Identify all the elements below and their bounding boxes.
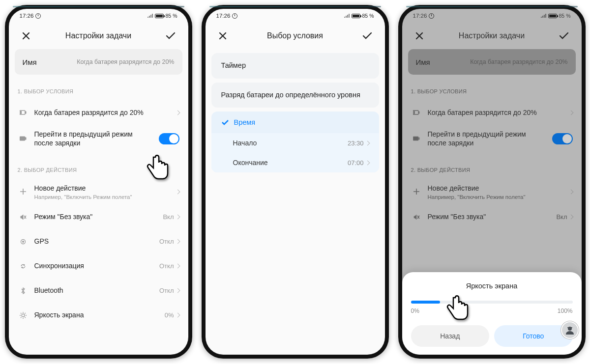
battery-pct: 85 bbox=[559, 13, 564, 19]
screen-1: 17:26 85 % Настройки задачи Имя Когда б bbox=[9, 9, 188, 355]
chevron-right-icon bbox=[365, 140, 370, 145]
chevron-right-icon bbox=[175, 264, 180, 269]
time-start-label: Начало bbox=[233, 139, 257, 147]
status-bar: 17:26 85 % bbox=[9, 9, 188, 23]
alarm-icon bbox=[35, 13, 41, 19]
action-bluetooth-row[interactable]: Bluetooth Откл bbox=[15, 279, 182, 303]
phone-2: 17:26 85 % Выбор условия Таймер bbox=[202, 5, 389, 359]
close-button[interactable] bbox=[411, 28, 428, 44]
header: Выбор условия bbox=[206, 23, 385, 49]
time-start-row[interactable]: Начало 23:30 bbox=[211, 133, 379, 153]
add-action-row[interactable]: Новое действие Например, "Включить Режим… bbox=[15, 179, 182, 204]
status-bar: 17:26 85 % bbox=[402, 9, 582, 23]
chevron-right-icon bbox=[175, 110, 180, 115]
add-action-sub: Например, "Включить Режим полета" bbox=[34, 194, 170, 200]
battery-icon bbox=[548, 14, 557, 18]
name-value: Когда батарея разрядится до 20% bbox=[77, 58, 174, 65]
add-action-label: Новое действие bbox=[34, 184, 170, 193]
status-time: 17:26 bbox=[413, 13, 427, 19]
action-value: Откл bbox=[159, 262, 174, 270]
battery-icon bbox=[352, 14, 360, 18]
time-end-row[interactable]: Окончание 07:00 bbox=[211, 153, 379, 172]
svg-rect-14 bbox=[567, 327, 572, 328]
svg-rect-10 bbox=[413, 112, 414, 114]
signal-icon bbox=[148, 14, 153, 18]
sheet-title: Яркость экрана bbox=[411, 282, 573, 290]
action-label: Bluetooth bbox=[34, 286, 154, 295]
revert-toggle[interactable] bbox=[159, 133, 179, 144]
time-end-label: Окончание bbox=[233, 159, 268, 167]
time-start-value: 23:30 bbox=[348, 140, 364, 147]
section-condition-header: 1. ВЫБОР УСЛОВИЯ bbox=[15, 88, 182, 100]
chevron-right-icon bbox=[175, 239, 180, 244]
battery-low-icon bbox=[18, 110, 29, 115]
action-label: GPS bbox=[34, 237, 154, 246]
revert-label: Перейти в предыдущий режим после зарядки bbox=[34, 130, 153, 147]
action-value: Откл bbox=[159, 287, 174, 294]
chevron-right-icon bbox=[175, 215, 180, 220]
action-value: Вкл bbox=[163, 213, 174, 221]
sync-icon bbox=[18, 263, 29, 270]
option-label: Время bbox=[234, 118, 256, 126]
action-mute-row[interactable]: Режим "Без звука" Вкл bbox=[408, 205, 576, 229]
option-timer[interactable]: Таймер bbox=[211, 53, 379, 79]
screen-3: 17:26 85 % Настройки задачи Имя Когда б bbox=[402, 9, 582, 355]
task-name-field[interactable]: Имя Когда батарея разрядится до 20% bbox=[408, 49, 576, 75]
brightness-slider[interactable] bbox=[411, 301, 573, 304]
sheet-cancel-button[interactable]: Назад bbox=[411, 325, 490, 347]
signal-icon bbox=[344, 14, 350, 18]
battery-full-icon bbox=[18, 136, 29, 141]
brightness-sheet: Яркость экрана 0% 100% Назад Готово bbox=[402, 272, 582, 355]
name-label: Имя bbox=[416, 58, 430, 66]
chevron-right-icon bbox=[568, 110, 573, 115]
action-label: Режим "Без звука" bbox=[428, 212, 551, 221]
action-brightness-row[interactable]: Яркость экрана 0% bbox=[15, 303, 182, 328]
battery-low-icon bbox=[411, 110, 422, 115]
brightness-icon bbox=[18, 312, 29, 319]
task-name-field[interactable]: Имя Когда батарея разрядится до 20% bbox=[15, 49, 182, 75]
condition-row[interactable]: Когда батарея разрядится до 20% bbox=[15, 100, 182, 125]
chevron-right-icon bbox=[365, 160, 370, 165]
battery-pct: 85 bbox=[362, 13, 368, 19]
condition-row[interactable]: Когда батарея разрядится до 20% bbox=[408, 100, 576, 125]
action-label: Яркость экрана bbox=[34, 310, 159, 319]
signal-icon bbox=[541, 14, 547, 18]
section-action-header: 2. ВЫБОР ДЕЙСТВИЯ bbox=[408, 167, 576, 179]
svg-rect-1 bbox=[25, 112, 26, 113]
action-label: Режим "Без звука" bbox=[34, 212, 157, 221]
option-battery[interactable]: Разряд батареи до определённого уровня bbox=[211, 83, 379, 108]
battery-pct: 85 bbox=[165, 13, 171, 19]
confirm-button[interactable] bbox=[162, 28, 179, 44]
action-value: 0% bbox=[165, 311, 174, 319]
svg-rect-11 bbox=[413, 137, 418, 140]
battery-icon bbox=[155, 14, 164, 18]
svg-point-6 bbox=[22, 241, 24, 242]
action-mute-row[interactable]: Режим "Без звука" Вкл bbox=[15, 205, 182, 229]
add-action-row[interactable]: Новое действие Например, "Включить Режим… bbox=[408, 179, 576, 204]
svg-rect-12 bbox=[418, 138, 419, 140]
action-gps-row[interactable]: GPS Откл bbox=[15, 229, 182, 254]
phone-3: 17:26 85 % Настройки задачи Имя Когда б bbox=[398, 5, 586, 359]
confirm-button[interactable] bbox=[359, 28, 376, 44]
action-sync-row[interactable]: Синхронизация Откл bbox=[15, 254, 182, 279]
gps-icon bbox=[18, 238, 29, 245]
close-button[interactable] bbox=[214, 28, 231, 44]
svg-rect-3 bbox=[20, 137, 25, 140]
close-button[interactable] bbox=[18, 28, 34, 44]
option-time-selected[interactable]: Время bbox=[211, 112, 379, 133]
confirm-button[interactable] bbox=[556, 28, 572, 44]
revert-toggle[interactable] bbox=[552, 133, 573, 144]
chevron-right-icon bbox=[568, 190, 573, 195]
action-value: Вкл bbox=[556, 213, 567, 221]
status-time: 17:26 bbox=[20, 13, 34, 19]
content: Таймер Разряд батареи до определённого у… bbox=[206, 49, 385, 172]
action-value: Откл bbox=[159, 238, 174, 245]
name-value: Когда батарея разрядится до 20% bbox=[470, 58, 567, 65]
slider-min: 0% bbox=[411, 308, 419, 314]
revert-label: Перейти в предыдущий режим после зарядки bbox=[428, 130, 546, 147]
add-action-label: Новое действие bbox=[428, 184, 563, 193]
action-label: Синхронизация bbox=[34, 261, 154, 270]
option-label: Разряд батареи до определённого уровня bbox=[221, 91, 360, 99]
page-title: Настройки задачи bbox=[65, 31, 131, 40]
option-time-block: Время Начало 23:30 Окончание 07:00 bbox=[211, 112, 379, 172]
